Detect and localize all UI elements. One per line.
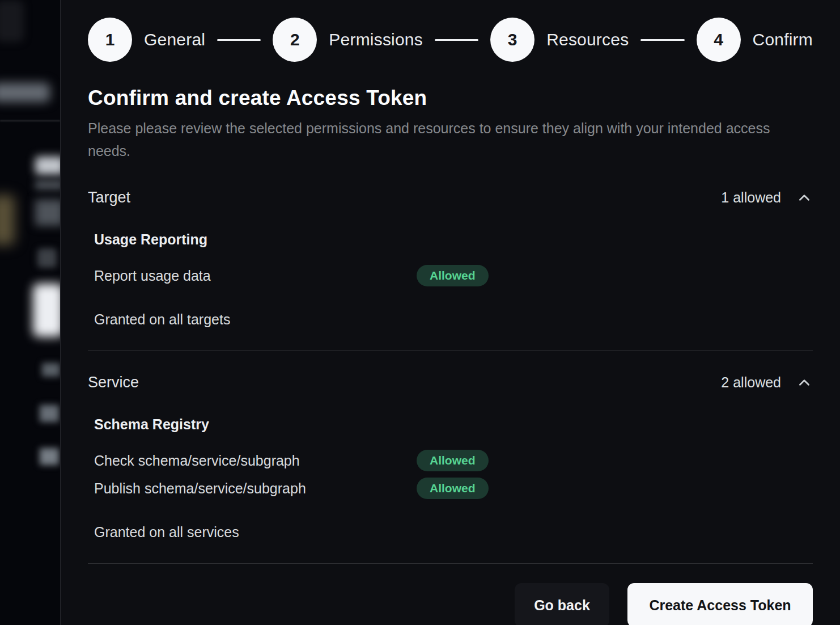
target-section-header: Target 1 allowed <box>88 189 813 206</box>
collapse-service-section-button[interactable] <box>796 374 813 391</box>
blurred-list-item <box>40 405 59 422</box>
create-access-token-button[interactable]: Create Access Token <box>627 583 813 625</box>
blurred-accent-panel <box>0 195 15 245</box>
usage-reporting-group-title: Usage Reporting <box>94 231 813 248</box>
blurred-small-icon <box>37 248 57 268</box>
collapse-target-section-button[interactable] <box>796 189 813 206</box>
chevron-up-icon <box>797 191 812 205</box>
service-allowed-count: 2 allowed <box>721 374 781 391</box>
chevron-up-icon <box>797 375 812 390</box>
step-label: Resources <box>546 30 629 49</box>
target-granted-note: Granted on all targets <box>94 311 813 328</box>
blurred-body-text <box>35 180 60 189</box>
blurred-body-text <box>35 200 60 226</box>
blurred-list-item <box>40 448 59 465</box>
status-badge: Allowed <box>417 478 489 499</box>
schema-registry-group-title: Schema Registry <box>94 416 813 433</box>
service-section-summary: 2 allowed <box>721 374 813 391</box>
target-section-summary: 1 allowed <box>721 189 813 206</box>
section-divider <box>88 350 813 351</box>
footer-divider <box>88 563 813 564</box>
stepper: 1 General 2 Permissions 3 Resources 4 Co… <box>88 18 813 62</box>
blurred-list-item <box>42 363 60 377</box>
permission-row: Check schema/service/subgraph Allowed <box>94 450 813 471</box>
step-resources[interactable]: 3 Resources <box>490 18 629 62</box>
step-number-circle: 2 <box>273 18 317 62</box>
background-page-blurred <box>0 0 60 625</box>
blurred-app-icon <box>0 0 24 42</box>
create-access-token-modal: 1 General 2 Permissions 3 Resources 4 Co… <box>60 0 840 625</box>
step-number-circle: 4 <box>697 18 741 62</box>
step-label: Permissions <box>329 30 423 49</box>
blurred-nav-text <box>0 83 50 102</box>
page-title: Confirm and create Access Token <box>88 86 813 110</box>
permission-label: Check schema/service/subgraph <box>94 453 417 469</box>
step-permissions[interactable]: 2 Permissions <box>273 18 423 62</box>
status-badge: Allowed <box>417 450 489 471</box>
schema-registry-group: Schema Registry Check schema/service/sub… <box>88 416 813 499</box>
step-confirm[interactable]: 4 Confirm <box>697 18 813 62</box>
service-granted-note: Granted on all services <box>94 524 813 540</box>
schema-registry-permissions: Check schema/service/subgraph Allowed Pu… <box>94 450 813 499</box>
usage-reporting-permissions: Report usage data Allowed <box>94 265 813 286</box>
go-back-button[interactable]: Go back <box>515 583 609 625</box>
blurred-heading-text <box>35 157 60 175</box>
blurred-white-button <box>33 284 60 337</box>
step-connector <box>217 39 261 41</box>
service-section-header: Service 2 allowed <box>88 374 813 391</box>
step-general[interactable]: 1 General <box>88 18 205 62</box>
target-allowed-count: 1 allowed <box>721 189 781 206</box>
step-number-circle: 1 <box>88 18 132 62</box>
permission-row: Publish schema/service/subgraph Allowed <box>94 478 813 499</box>
blurred-divider <box>0 120 60 121</box>
permission-label: Report usage data <box>94 268 417 284</box>
step-connector <box>640 39 684 41</box>
step-label: Confirm <box>753 30 813 49</box>
permission-label: Publish schema/service/subgraph <box>94 480 417 497</box>
step-connector <box>435 39 478 41</box>
permission-row: Report usage data Allowed <box>94 265 813 286</box>
target-section-title: Target <box>88 189 130 206</box>
modal-footer: Go back Create Access Token <box>88 583 813 625</box>
usage-reporting-group: Usage Reporting Report usage data Allowe… <box>88 231 813 286</box>
status-badge: Allowed <box>417 265 489 286</box>
step-number-circle: 3 <box>490 18 534 62</box>
service-section-title: Service <box>88 374 139 391</box>
step-label: General <box>144 30 205 49</box>
page-subtitle: Please please review the selected permis… <box>88 117 788 162</box>
